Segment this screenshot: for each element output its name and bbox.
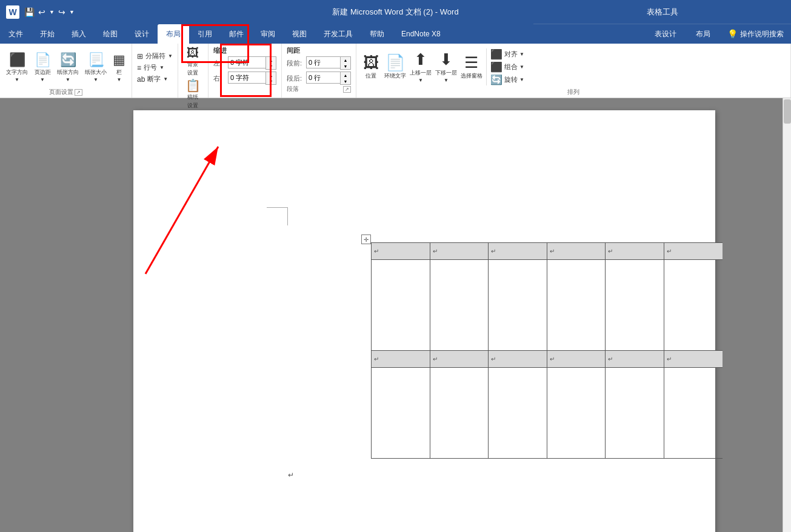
table-cell[interactable]: [606, 260, 664, 351]
tab-insert[interactable]: 插入: [63, 24, 95, 44]
table-cell[interactable]: ↵: [547, 351, 606, 368]
page-setup-expand-btn[interactable]: ↗: [75, 89, 82, 96]
table-cell[interactable]: [372, 260, 430, 351]
text-wrap-btn[interactable]: 📄 环绕文字: [384, 54, 406, 80]
vertical-scrollbar[interactable]: [783, 98, 791, 532]
table-cell[interactable]: ↵: [489, 243, 547, 260]
indent-right-down-btn[interactable]: ▼: [266, 78, 276, 84]
spacing-after-spinner: ▲ ▼: [340, 71, 351, 85]
indent-right-input[interactable]: [228, 71, 265, 84]
tab-mailings[interactable]: 邮件: [221, 24, 252, 44]
table-cell[interactable]: ↵: [489, 351, 547, 368]
document-page: ↵ ✛ ↵ ↵ ↵ ↵ ↵ ↵: [133, 110, 715, 532]
table-row: [372, 368, 723, 459]
save-icon[interactable]: 💾: [24, 7, 35, 17]
table-cell[interactable]: ↵: [372, 351, 430, 368]
tab-layout[interactable]: 布局: [158, 24, 189, 44]
scrollbar-thumb[interactable]: [784, 99, 791, 124]
table-cell[interactable]: [547, 368, 606, 459]
table-cell[interactable]: [547, 260, 606, 351]
spacing-before-input[interactable]: [306, 56, 340, 68]
spacing-before-label: 段前:: [287, 59, 304, 68]
table-cell-overflow[interactable]: [664, 368, 723, 459]
table-cell[interactable]: ↵: [606, 351, 664, 368]
table-move-handle[interactable]: ✛: [361, 234, 371, 244]
tab-table-layout[interactable]: 布局: [686, 24, 720, 44]
indent-spacer: [213, 85, 276, 93]
tab-table-design[interactable]: 表设计: [645, 24, 686, 44]
indent-group: 缩进 左: ▲ ▼ 右: ▲ ▼: [209, 44, 282, 98]
spacing-after-up-btn[interactable]: ▲: [341, 72, 350, 78]
indent-left-up-btn[interactable]: ▲: [266, 57, 276, 63]
undo-dropdown-icon[interactable]: ▼: [49, 9, 55, 15]
indent-label: 缩进: [213, 46, 276, 55]
table-cell[interactable]: [489, 368, 547, 459]
table-cell[interactable]: [489, 260, 547, 351]
bring-forward-btn[interactable]: ⬆ 上移一层 ▼: [410, 51, 432, 83]
tab-design[interactable]: 设计: [126, 24, 158, 44]
table-cell[interactable]: [606, 368, 664, 459]
search-box[interactable]: 💡 操作说明搜索: [720, 24, 791, 44]
margins-btn[interactable]: 📄 页边距 ▼: [32, 50, 53, 84]
manuscript-paper-btn[interactable]: 📋 稿纸 设置: [185, 78, 201, 110]
table-cell[interactable]: ↵: [606, 243, 664, 260]
customize-qat-icon[interactable]: ▼: [69, 9, 75, 15]
breaks-btn[interactable]: ⊞ 分隔符 ▼: [137, 52, 173, 61]
indent-left-down-btn[interactable]: ▼: [266, 63, 276, 69]
table-tools-label: 表格工具: [533, 0, 791, 24]
spacing-before-up-btn[interactable]: ▲: [341, 57, 350, 63]
tab-file[interactable]: 文件: [0, 24, 32, 44]
tab-references[interactable]: 引用: [189, 24, 221, 44]
table-cell[interactable]: ↵: [547, 243, 606, 260]
columns-btn[interactable]: ▦ 栏 ▼: [110, 50, 128, 84]
table-cell[interactable]: ↵: [430, 243, 489, 260]
document-area: ↵ ✛ ↵ ↵ ↵ ↵ ↵ ↵: [0, 98, 791, 532]
indent-right-label: 右:: [213, 74, 225, 83]
tab-endnote[interactable]: EndNote X8: [393, 24, 449, 44]
tab-home[interactable]: 开始: [32, 24, 63, 44]
table-cell-overflow[interactable]: [664, 260, 723, 351]
group-btn[interactable]: ⬛组合▼: [490, 61, 524, 73]
orientation-btn[interactable]: 🔄 纸张方向 ▼: [55, 50, 81, 84]
paper-size-btn[interactable]: 📃 纸张大小 ▼: [82, 50, 109, 84]
spacing-after-input[interactable]: [306, 71, 340, 84]
redo-icon[interactable]: ↪: [58, 7, 65, 17]
spacing-after-control: ▲ ▼: [306, 71, 351, 85]
arrange-divider: [486, 48, 487, 85]
table-cell[interactable]: [372, 368, 430, 459]
text-direction-btn[interactable]: ⬛ 文字方向 ▼: [4, 50, 30, 84]
indent-right-up-btn[interactable]: ▲: [266, 72, 276, 78]
tab-developer[interactable]: 开发工具: [315, 24, 361, 44]
undo-icon[interactable]: ↩: [38, 7, 45, 17]
background-settings-btn[interactable]: 🖼 背景 设置: [187, 46, 199, 77]
tab-draw[interactable]: 绘图: [95, 24, 126, 44]
table-cell-overflow[interactable]: ↵: [664, 351, 723, 368]
selection-pane-btn[interactable]: ☰ 选择窗格: [461, 54, 482, 80]
hyphenation-btn[interactable]: ab 断字 ▼: [137, 75, 173, 84]
tab-review[interactable]: 审阅: [252, 24, 284, 44]
spacing-after-down-btn[interactable]: ▼: [341, 78, 350, 84]
table-row: [372, 260, 723, 351]
page-setup-group: ⬛ 文字方向 ▼ 📄 页边距 ▼ 🔄 纸张方向 ▼ 📃 纸张大小: [0, 44, 132, 98]
line-numbers-btn[interactable]: ≡ 行号 ▼: [137, 63, 173, 72]
table-cell[interactable]: ↵: [430, 351, 489, 368]
breaks-group-spacer: [137, 89, 173, 98]
paragraph-expand-btn[interactable]: ↗: [343, 86, 351, 93]
position-btn[interactable]: 🖼 位置: [361, 54, 381, 80]
lightbulb-icon: 💡: [727, 29, 738, 39]
indent-left-input[interactable]: [228, 56, 265, 68]
table-row: ↵ ↵ ↵ ↵ ↵ ↵: [372, 351, 723, 368]
tab-view[interactable]: 视图: [284, 24, 315, 44]
table-cell-overflow[interactable]: ↵: [664, 243, 723, 260]
page-corner-indicator: [267, 207, 288, 225]
table-cell[interactable]: ↵: [372, 243, 430, 260]
tab-help[interactable]: 帮助: [361, 24, 393, 44]
send-backward-btn[interactable]: ⬇ 下移一层 ▼: [435, 51, 457, 83]
table-cell[interactable]: [430, 260, 489, 351]
table-cell[interactable]: [430, 368, 489, 459]
arrange-buttons: 🖼 位置 📄 环绕文字 ⬆ 上移一层 ▼ ⬇ 下移一层 ▼: [361, 46, 786, 88]
spacing-before-down-btn[interactable]: ▼: [341, 63, 350, 69]
rotate-btn[interactable]: 🔄旋转▼: [490, 74, 524, 85]
table-tools-tabs: 表设计 布局 💡 操作说明搜索: [645, 24, 791, 44]
align-btn[interactable]: ⬛对齐▼: [490, 48, 524, 60]
